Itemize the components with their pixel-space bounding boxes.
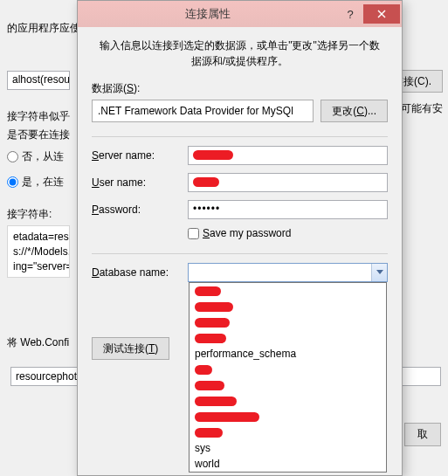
help-button[interactable]: ? — [337, 4, 363, 24]
list-item[interactable] — [190, 299, 386, 314]
dialog-title: 连接属性 — [78, 6, 337, 22]
radio-no[interactable]: 否，从连 — [7, 149, 64, 164]
list-item[interactable] — [190, 362, 386, 377]
list-item[interactable] — [190, 424, 386, 440]
list-item[interactable]: performance_schema — [190, 346, 386, 362]
server-name-label: Server name: — [92, 149, 188, 162]
chevron-down-icon[interactable] — [371, 264, 387, 281]
cancel-button[interactable]: 取 — [404, 423, 441, 446]
list-item[interactable] — [190, 314, 386, 330]
user-name-input[interactable] — [188, 173, 388, 192]
password-input[interactable]: •••••• — [188, 200, 388, 219]
divider — [92, 253, 388, 254]
list-item[interactable] — [190, 409, 386, 424]
connection-properties-dialog: 连接属性 ? 输入信息以连接到选定的数据源，或单击"更改"选择另一个数据源和/或… — [77, 0, 403, 476]
datasource-label: 数据源(S): — [92, 81, 388, 96]
save-password-checkbox[interactable]: Save my password — [188, 227, 388, 239]
database-name-combo[interactable]: performance_schema sys world — [188, 263, 388, 282]
password-label: Password: — [92, 204, 188, 216]
test-connection-button[interactable]: 测试连接(T) — [92, 337, 169, 360]
bg-connection-field[interactable]: alhost(resour — [7, 71, 70, 90]
user-name-label: User name: — [92, 176, 188, 189]
divider — [92, 136, 388, 137]
radio-yes[interactable]: 是，在连 — [7, 175, 64, 190]
list-item[interactable] — [190, 377, 386, 393]
list-item[interactable] — [190, 393, 386, 409]
server-name-input[interactable] — [188, 146, 388, 165]
list-item[interactable] — [190, 330, 386, 346]
list-item[interactable]: world — [190, 456, 386, 472]
titlebar: 连接属性 ? — [78, 1, 402, 27]
database-dropdown-list: performance_schema sys world — [189, 282, 387, 473]
bg-connstr-box: etadata=res: s://*/Models. ing="server= — [7, 225, 70, 278]
list-item[interactable] — [190, 283, 386, 299]
close-icon — [377, 10, 386, 18]
close-button[interactable] — [363, 4, 400, 24]
change-button[interactable]: 更改(C)... — [320, 100, 388, 122]
intro-text: 输入信息以连接到选定的数据源，或单击"更改"选择另一个数据源和/或提供程序。 — [92, 38, 388, 69]
database-name-label: Database name: — [92, 266, 188, 279]
datasource-field: .NET Framework Data Provider for MySQl — [92, 100, 314, 122]
list-item[interactable]: sys — [190, 440, 386, 456]
